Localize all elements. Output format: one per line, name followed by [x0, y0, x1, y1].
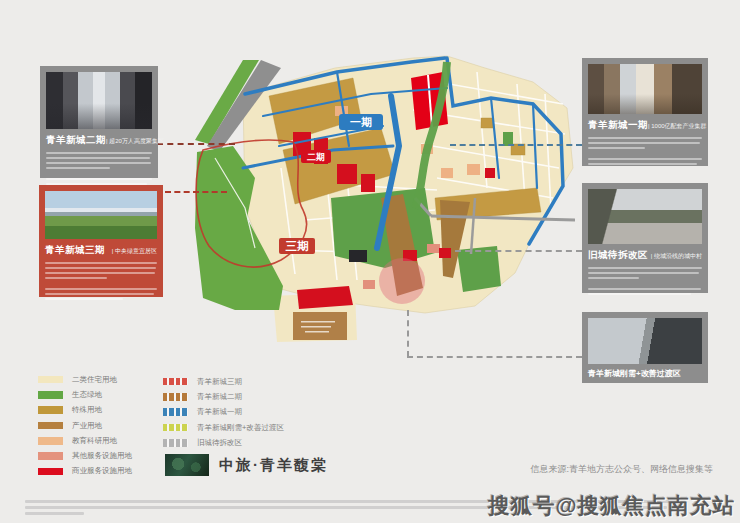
legend-item: 旧城待拆改区	[163, 435, 284, 450]
legend-swatch	[38, 422, 63, 430]
callout-title: 青羊新城三期	[45, 244, 105, 257]
legend-swatch	[38, 406, 63, 414]
brand-logo: 中旅·青羊馥棠	[165, 454, 328, 476]
connector-transition-h	[407, 356, 582, 358]
callout-title: 旧城待拆改区	[588, 249, 648, 262]
legend-swatch	[38, 437, 63, 445]
phase3-label: 三期	[286, 240, 310, 252]
legend-item: 青羊新城二期	[163, 389, 284, 404]
legend-item: 教育科研用地	[38, 433, 132, 448]
legend-swatch	[38, 391, 63, 399]
callout-subtitle: | 超20万人高度聚集区	[106, 137, 164, 146]
callout-body-placeholder	[45, 262, 157, 300]
callout-qingyang-phase1: 青羊新城一期 | 1000亿配套产业集群	[582, 58, 708, 166]
watermark: 搜狐号@搜狐焦点南充站	[488, 491, 735, 520]
legend-item: 商业服务设施用地	[38, 464, 132, 479]
planning-poster: 一期 二期 三期 青羊新城二期 | 超20万人高度聚集区 青羊新城三期 |	[0, 0, 740, 523]
phase2-badge: 二期	[301, 150, 331, 163]
callout-qingyang-phase2: 青羊新城二期 | 超20万人高度聚集区	[40, 66, 158, 178]
callout-body-placeholder	[588, 137, 702, 165]
legend-item: 产业用地	[38, 418, 132, 433]
phase3-badge: 三期	[279, 238, 315, 254]
callout-qingyang-phase3: 青羊新城三期 | 中央绿意宜居区	[39, 185, 163, 297]
legend-swatch	[163, 393, 188, 401]
callout-title: 青羊新城刚需+改善过渡区	[588, 368, 702, 379]
legend-swatch	[163, 408, 188, 416]
legend-swatch	[38, 468, 63, 476]
legend-swatch	[163, 378, 188, 386]
callout-title: 青羊新城二期	[46, 134, 106, 147]
logo-image	[165, 454, 209, 476]
callout-body-placeholder	[588, 267, 702, 295]
legend-item: 青羊新城刚需+改善过渡区	[163, 420, 284, 435]
legend-item: 其他服务设施用地	[38, 448, 132, 463]
legend-item: 二类住宅用地	[38, 372, 132, 387]
connector-qy2	[157, 143, 235, 145]
photo-old-town	[588, 189, 702, 244]
dark-parcel	[349, 250, 367, 262]
photo-phase3	[45, 191, 157, 239]
phase1-label: 一期	[350, 116, 372, 128]
logo-text: 中旅·青羊馥棠	[219, 456, 328, 475]
photo-transition	[588, 318, 702, 364]
legend-swatch	[163, 439, 188, 447]
connector-oldtown	[455, 250, 582, 252]
phase2-label: 二期	[307, 152, 325, 162]
callout-body-placeholder	[46, 152, 152, 185]
legend-item: 青羊新城三期	[163, 374, 284, 389]
callout-subtitle: | 1000亿配套产业集群	[648, 122, 707, 131]
callout-old-town: 旧城待拆改区 | 绕城沿线的城中村	[582, 183, 708, 293]
legend-swatch	[38, 452, 63, 460]
land-use-map: 一期 二期 三期	[185, 48, 575, 348]
legend-item: 特殊用地	[38, 403, 132, 418]
legend-swatch	[163, 424, 188, 432]
green-area-east	[457, 246, 501, 292]
project-highlight	[379, 258, 425, 304]
phase1-badge: 一期	[339, 114, 383, 130]
photo-phase1	[588, 64, 702, 114]
legend-item: 生态绿地	[38, 387, 132, 402]
legend-phases: 青羊新城三期 青羊新城二期 青羊新城一期 青羊新城刚需+改善过渡区 旧城待拆改区	[163, 374, 284, 450]
connector-qy3	[165, 191, 227, 193]
connector-transition-v	[407, 310, 409, 357]
legend-swatch	[38, 376, 63, 384]
photo-phase2	[46, 72, 152, 129]
legend-item: 青羊新城一期	[163, 405, 284, 420]
callout-transition-zone: 青羊新城刚需+改善过渡区	[582, 312, 708, 383]
legend-land-use: 二类住宅用地 生态绿地 特殊用地 产业用地 教育科研用地 其他服务设施用地 商业…	[38, 372, 132, 479]
connector-qy1	[450, 144, 582, 146]
callout-subtitle: | 绕城沿线的城中村	[651, 252, 702, 261]
info-source: 信息来源:青羊地方志公众号、网络信息搜集等	[530, 463, 713, 476]
callout-title: 青羊新城一期	[588, 119, 648, 132]
callout-subtitle: | 中央绿意宜居区	[112, 247, 157, 256]
